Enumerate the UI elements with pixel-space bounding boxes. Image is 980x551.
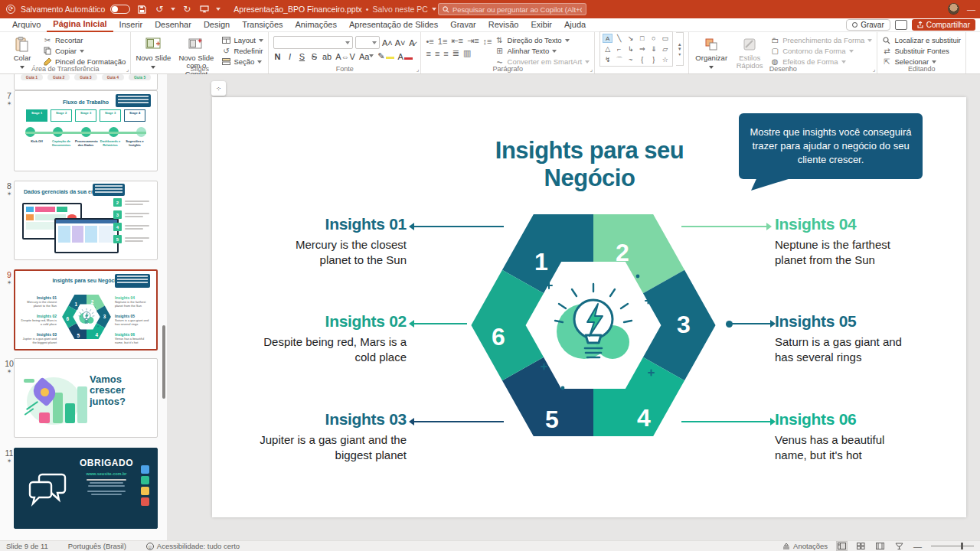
slide-counter[interactable]: Slide 9 de 11	[6, 542, 48, 550]
align-left-button[interactable]: ≡	[426, 49, 430, 58]
shape-outline-button[interactable]: ▢Contorno da Forma	[770, 46, 872, 56]
speech-bubble[interactable]: Mostre que insights você conseguirá traz…	[739, 113, 923, 179]
insight-block-05[interactable]: Insights 05 Saturn is a gas giant and ha…	[775, 312, 936, 365]
filename-chevron-icon[interactable]	[432, 8, 436, 13]
redo-icon[interactable]: ↻	[181, 3, 193, 15]
elbow-connector-icon[interactable]: ⌐	[617, 45, 621, 53]
highlight-color-button[interactable]: ✎	[377, 51, 394, 61]
character-spacing-button[interactable]: A⇔V	[335, 52, 355, 61]
clear-formatting-button[interactable]: A̷	[407, 38, 416, 47]
thumbnail-slide-11[interactable]: OBRIGADO www.seusite.com.br	[14, 448, 158, 529]
shape-fill-button[interactable]: 🗀Preenchimento da Forma	[770, 35, 872, 45]
find-replace-button[interactable]: Localizar e substituir	[882, 35, 961, 45]
tab-exibir[interactable]: Exibir	[525, 18, 559, 31]
insight-block-03[interactable]: Insights 03 Jupiter is a gas giant and t…	[246, 410, 407, 463]
triangle-shape-icon[interactable]: △	[605, 45, 610, 53]
replace-fonts-button[interactable]: ⇄Substituir Fontes	[882, 46, 961, 56]
reset-button[interactable]: ↺Redefinir	[221, 46, 263, 56]
share-button[interactable]: Compartilhar	[912, 19, 975, 31]
curve-shape-icon[interactable]: ~	[629, 56, 632, 64]
tab-arquivo[interactable]: Arquivo	[6, 18, 47, 31]
thumbnail-slide-8[interactable]: Dados gerenciais da sua empresa 2 3 4 5	[14, 181, 158, 260]
align-text-button[interactable]: ⊞Alinhar Texto	[495, 46, 590, 56]
tab-desenhar[interactable]: Desenhar	[149, 18, 198, 31]
zoom-slider[interactable]	[931, 546, 974, 546]
slide-editing-surface[interactable]: Insights para seu Negócio Mostre que ins…	[212, 97, 966, 517]
reading-view-button[interactable]	[875, 542, 885, 550]
callout-shape-icon[interactable]: ▱	[662, 45, 668, 53]
save-icon[interactable]	[136, 3, 148, 15]
arrow-shape-icon[interactable]: ↘	[628, 34, 634, 42]
paragraph-dialog-launcher-icon[interactable]: ⌟	[590, 66, 593, 73]
freeform-shape-icon[interactable]: ↯	[605, 56, 611, 64]
insight-block-01[interactable]: Insights 01 Mercury is the closest plane…	[246, 215, 407, 268]
text-shadow-button[interactable]: ab	[322, 52, 332, 61]
font-color-button[interactable]: A	[398, 52, 413, 61]
underline-button[interactable]: S	[298, 52, 306, 61]
tab-apresentacao-de-slides[interactable]: Apresentação de Slides	[343, 18, 444, 31]
search-input[interactable]	[452, 5, 582, 14]
drawing-dialog-launcher-icon[interactable]: ⌟	[873, 66, 876, 73]
change-case-button[interactable]: Aa	[359, 52, 374, 61]
slideshow-view-button[interactable]	[894, 542, 904, 550]
decrease-indent-button[interactable]: ⇤≡	[451, 36, 463, 46]
align-right-button[interactable]: ≡	[443, 49, 448, 58]
autosave-toggle[interactable]	[110, 5, 130, 14]
record-button[interactable]: Gravar	[846, 19, 890, 31]
tab-animacoes[interactable]: Animações	[289, 18, 343, 31]
bullets-button[interactable]: •≡	[426, 37, 433, 46]
font-name-combo[interactable]	[273, 36, 353, 49]
strikethrough-button[interactable]: S	[310, 52, 318, 61]
left-brace-shape-icon[interactable]: {	[641, 56, 643, 64]
oval-shape-icon[interactable]: ○	[652, 34, 655, 42]
rectangle-shape-icon[interactable]: □	[640, 34, 644, 42]
justify-button[interactable]: ≣	[452, 48, 459, 58]
layout-button[interactable]: Layout	[221, 35, 263, 45]
tab-inserir[interactable]: Inserir	[113, 18, 149, 31]
tab-gravar[interactable]: Gravar	[444, 18, 482, 31]
rounded-rectangle-shape-icon[interactable]: ▭	[662, 34, 668, 42]
zoom-out-button[interactable]: —	[913, 542, 922, 551]
columns-button[interactable]: ▥	[463, 48, 471, 58]
numbering-button[interactable]: 1≡	[438, 37, 448, 46]
line-spacing-button[interactable]: ↕≡	[483, 37, 492, 46]
insight-block-04[interactable]: Insights 04 Neptune is the farthest plan…	[775, 215, 936, 268]
elbow-arrow-connector-icon[interactable]: ↳	[628, 45, 634, 53]
canvas-options-button[interactable]: ⁘	[211, 81, 226, 96]
textbox-shape-icon[interactable]: A	[603, 34, 612, 43]
document-filename[interactable]: Apresentação_BPO Financeiro.pptx	[234, 5, 362, 14]
comments-icon[interactable]	[895, 20, 907, 30]
thumbnail-slide-6[interactable]: Guia 1 Guia 2 Guia 3 Guia 4 Guia 5	[14, 74, 158, 90]
shapes-gallery[interactable]: A ╲ ↘ □ ○ ▭ △ ⌐ ↳ ⇒ ⇓ ▱ ↯ ⌒ ~ { } ☆	[599, 31, 673, 67]
quick-access-chevron-icon[interactable]	[216, 8, 220, 13]
decrease-font-button[interactable]: A˅	[395, 38, 406, 47]
copy-button[interactable]: Copiar	[43, 46, 126, 56]
thumbnail-slide-7[interactable]: Fluxo de Trabalho Stage 1 Stage 2 Stage …	[14, 90, 158, 171]
tab-pagina-inicial[interactable]: Página Inicial	[47, 18, 113, 32]
search-box[interactable]	[438, 3, 586, 15]
down-arrow-shape-icon[interactable]: ⇓	[651, 45, 657, 53]
hexagon-cycle-diagram[interactable]: 1 2 3 4 5 6	[456, 195, 731, 455]
tab-revisao[interactable]: Revisão	[482, 18, 525, 31]
thumbnail-slide-10[interactable]: Vamos crescer juntos?	[14, 358, 158, 438]
insight-block-06[interactable]: Insights 06 Venus has a beautiful name, …	[775, 410, 936, 463]
start-slideshow-icon[interactable]	[198, 3, 211, 15]
text-direction-button[interactable]: ⇅Direção do Texto	[495, 35, 590, 45]
arc-shape-icon[interactable]: ⌒	[616, 55, 622, 65]
tab-ajuda[interactable]: Ajuda	[558, 18, 592, 31]
language-indicator[interactable]: Português (Brasil)	[68, 542, 126, 550]
increase-indent-button[interactable]: ⇥≡	[467, 36, 479, 46]
user-avatar[interactable]	[948, 3, 959, 15]
font-size-combo[interactable]	[355, 36, 380, 49]
bold-button[interactable]: N	[273, 52, 282, 61]
undo-chevron-icon[interactable]	[171, 8, 175, 13]
tab-transicoes[interactable]: Transições	[236, 18, 289, 31]
right-brace-shape-icon[interactable]: }	[652, 56, 655, 64]
notes-button[interactable]: Anotações	[782, 542, 828, 550]
font-dialog-launcher-icon[interactable]: ⌟	[416, 66, 420, 73]
cut-button[interactable]: ✂Recortar	[43, 35, 126, 45]
panel-scrollbar[interactable]	[162, 325, 165, 399]
right-arrow-shape-icon[interactable]: ⇒	[639, 45, 645, 53]
accessibility-status[interactable]: ☺ Acessibilidade: tudo certo	[146, 542, 240, 550]
insight-block-02[interactable]: Insights 02 Despite being red, Mars is a…	[246, 312, 407, 365]
